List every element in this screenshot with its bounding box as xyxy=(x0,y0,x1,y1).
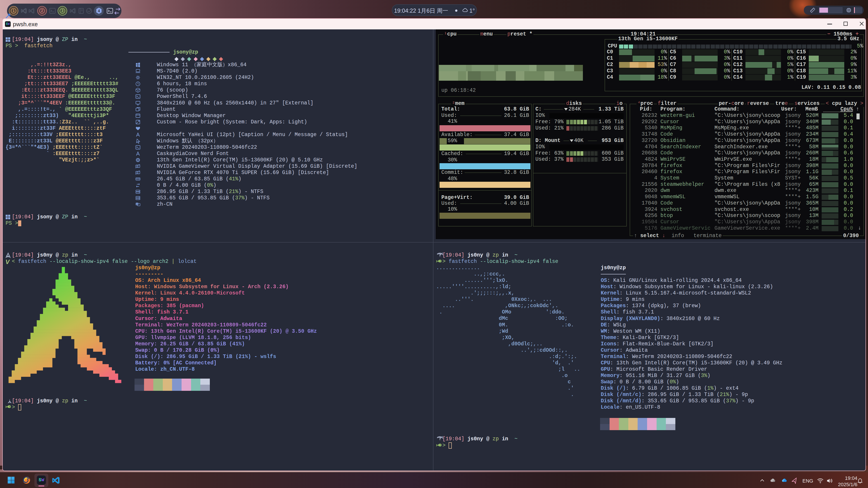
svg-text:4: 4 xyxy=(98,9,100,13)
svg-text:A: A xyxy=(136,203,138,205)
